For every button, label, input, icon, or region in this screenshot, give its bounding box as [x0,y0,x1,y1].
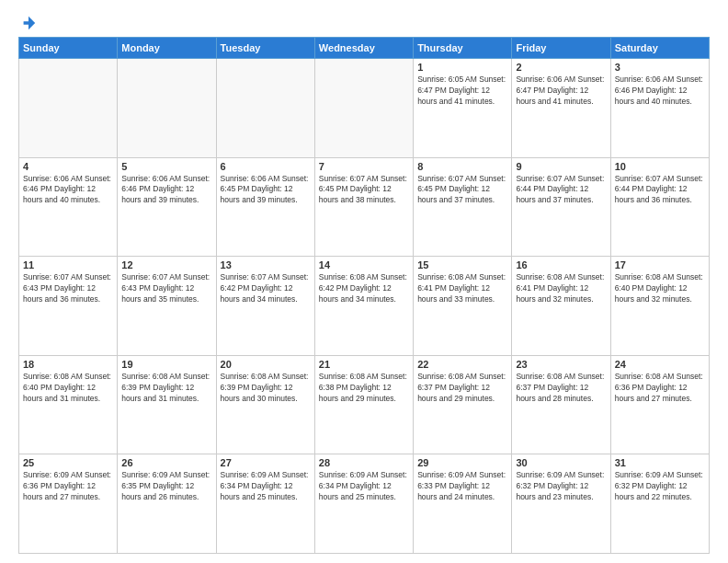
calendar-cell: 7Sunrise: 6:07 AM Sunset: 6:45 PM Daylig… [314,157,413,257]
day-info: Sunrise: 6:06 AM Sunset: 6:46 PM Dayligh… [615,75,705,108]
day-info: Sunrise: 6:09 AM Sunset: 6:32 PM Dayligh… [516,470,606,503]
calendar-cell: 24Sunrise: 6:08 AM Sunset: 6:36 PM Dayli… [610,355,709,454]
day-number: 4 [23,161,113,172]
calendar-cell: 28Sunrise: 6:09 AM Sunset: 6:34 PM Dayli… [314,454,413,554]
calendar-cell: 25Sunrise: 6:09 AM Sunset: 6:36 PM Dayli… [19,454,118,554]
day-number: 19 [121,359,211,370]
day-number: 8 [417,161,507,172]
day-info: Sunrise: 6:05 AM Sunset: 6:47 PM Dayligh… [417,75,507,108]
calendar-cell: 18Sunrise: 6:08 AM Sunset: 6:40 PM Dayli… [19,355,118,454]
day-number: 5 [121,161,211,172]
calendar-table: SundayMondayTuesdayWednesdayThursdayFrid… [18,37,710,554]
calendar-cell [314,59,413,158]
day-number: 22 [417,359,507,370]
calendar-cell: 15Sunrise: 6:08 AM Sunset: 6:41 PM Dayli… [414,257,512,356]
day-number: 6 [221,161,311,172]
calendar-body: 1Sunrise: 6:05 AM Sunset: 6:47 PM Daylig… [19,59,710,554]
day-info: Sunrise: 6:08 AM Sunset: 6:37 PM Dayligh… [516,372,606,405]
calendar-cell: 16Sunrise: 6:08 AM Sunset: 6:41 PM Dayli… [512,257,610,356]
calendar-week-1: 4Sunrise: 6:06 AM Sunset: 6:46 PM Daylig… [19,157,710,257]
day-number: 28 [319,457,409,468]
day-number: 24 [615,359,705,370]
calendar-week-2: 11Sunrise: 6:07 AM Sunset: 6:43 PM Dayli… [19,257,710,356]
calendar-week-4: 25Sunrise: 6:09 AM Sunset: 6:36 PM Dayli… [19,454,710,554]
day-number: 9 [516,161,606,172]
header [18,15,710,31]
weekday-header-saturday: Saturday [610,38,709,59]
calendar-cell [216,59,314,158]
calendar-cell: 13Sunrise: 6:07 AM Sunset: 6:42 PM Dayli… [216,257,314,356]
day-number: 31 [615,457,705,468]
calendar-cell: 19Sunrise: 6:08 AM Sunset: 6:39 PM Dayli… [118,355,216,454]
day-info: Sunrise: 6:07 AM Sunset: 6:44 PM Dayligh… [516,174,606,207]
calendar-week-3: 18Sunrise: 6:08 AM Sunset: 6:40 PM Dayli… [19,355,710,454]
logo-icon [20,15,37,31]
calendar-cell [118,59,216,158]
calendar-cell: 9Sunrise: 6:07 AM Sunset: 6:44 PM Daylig… [512,157,610,257]
day-info: Sunrise: 6:08 AM Sunset: 6:36 PM Dayligh… [615,372,705,405]
calendar-cell: 21Sunrise: 6:08 AM Sunset: 6:38 PM Dayli… [314,355,413,454]
calendar-cell: 23Sunrise: 6:08 AM Sunset: 6:37 PM Dayli… [512,355,610,454]
day-number: 29 [417,457,507,468]
day-info: Sunrise: 6:07 AM Sunset: 6:42 PM Dayligh… [221,272,311,305]
weekday-header-wednesday: Wednesday [314,38,413,59]
calendar-cell: 2Sunrise: 6:06 AM Sunset: 6:47 PM Daylig… [512,59,610,158]
day-number: 21 [319,359,409,370]
day-number: 20 [221,359,311,370]
calendar-cell: 3Sunrise: 6:06 AM Sunset: 6:46 PM Daylig… [610,59,709,158]
day-number: 18 [23,359,113,370]
day-number: 17 [615,259,705,270]
calendar-cell: 6Sunrise: 6:06 AM Sunset: 6:45 PM Daylig… [216,157,314,257]
day-info: Sunrise: 6:07 AM Sunset: 6:44 PM Dayligh… [615,174,705,207]
day-number: 26 [121,457,211,468]
day-info: Sunrise: 6:09 AM Sunset: 6:35 PM Dayligh… [121,470,211,503]
day-info: Sunrise: 6:08 AM Sunset: 6:40 PM Dayligh… [615,272,705,305]
day-number: 10 [615,161,705,172]
weekday-header-row: SundayMondayTuesdayWednesdayThursdayFrid… [19,38,710,59]
calendar-header: SundayMondayTuesdayWednesdayThursdayFrid… [19,38,710,59]
day-info: Sunrise: 6:09 AM Sunset: 6:32 PM Dayligh… [615,470,705,503]
day-number: 23 [516,359,606,370]
calendar-cell: 27Sunrise: 6:09 AM Sunset: 6:34 PM Dayli… [216,454,314,554]
day-number: 14 [319,259,409,270]
day-info: Sunrise: 6:07 AM Sunset: 6:43 PM Dayligh… [121,272,211,305]
calendar-cell: 10Sunrise: 6:07 AM Sunset: 6:44 PM Dayli… [610,157,709,257]
day-info: Sunrise: 6:09 AM Sunset: 6:36 PM Dayligh… [23,470,113,503]
day-info: Sunrise: 6:06 AM Sunset: 6:46 PM Dayligh… [121,174,211,207]
day-info: Sunrise: 6:08 AM Sunset: 6:37 PM Dayligh… [417,372,507,405]
weekday-header-thursday: Thursday [414,38,512,59]
calendar-week-0: 1Sunrise: 6:05 AM Sunset: 6:47 PM Daylig… [19,59,710,158]
calendar-cell: 26Sunrise: 6:09 AM Sunset: 6:35 PM Dayli… [118,454,216,554]
calendar-cell: 11Sunrise: 6:07 AM Sunset: 6:43 PM Dayli… [19,257,118,356]
weekday-header-tuesday: Tuesday [216,38,314,59]
calendar-cell: 20Sunrise: 6:08 AM Sunset: 6:39 PM Dayli… [216,355,314,454]
day-info: Sunrise: 6:06 AM Sunset: 6:47 PM Dayligh… [516,75,606,108]
day-info: Sunrise: 6:06 AM Sunset: 6:45 PM Dayligh… [221,174,311,207]
day-info: Sunrise: 6:08 AM Sunset: 6:41 PM Dayligh… [417,272,507,305]
day-info: Sunrise: 6:08 AM Sunset: 6:39 PM Dayligh… [221,372,311,405]
calendar-cell: 14Sunrise: 6:08 AM Sunset: 6:42 PM Dayli… [314,257,413,356]
calendar-cell: 29Sunrise: 6:09 AM Sunset: 6:33 PM Dayli… [414,454,512,554]
day-number: 25 [23,457,113,468]
day-number: 2 [516,62,606,73]
day-info: Sunrise: 6:08 AM Sunset: 6:40 PM Dayligh… [23,372,113,405]
weekday-header-friday: Friday [512,38,610,59]
day-info: Sunrise: 6:08 AM Sunset: 6:38 PM Dayligh… [319,372,409,405]
day-number: 12 [121,259,211,270]
calendar-cell: 30Sunrise: 6:09 AM Sunset: 6:32 PM Dayli… [512,454,610,554]
day-number: 3 [615,62,705,73]
calendar-cell: 5Sunrise: 6:06 AM Sunset: 6:46 PM Daylig… [118,157,216,257]
day-info: Sunrise: 6:08 AM Sunset: 6:41 PM Dayligh… [516,272,606,305]
day-info: Sunrise: 6:08 AM Sunset: 6:42 PM Dayligh… [319,272,409,305]
day-number: 15 [417,259,507,270]
day-info: Sunrise: 6:07 AM Sunset: 6:45 PM Dayligh… [319,174,409,207]
day-number: 1 [417,62,507,73]
day-info: Sunrise: 6:07 AM Sunset: 6:43 PM Dayligh… [23,272,113,305]
day-info: Sunrise: 6:09 AM Sunset: 6:33 PM Dayligh… [417,470,507,503]
calendar-cell: 17Sunrise: 6:08 AM Sunset: 6:40 PM Dayli… [610,257,709,356]
day-info: Sunrise: 6:08 AM Sunset: 6:39 PM Dayligh… [121,372,211,405]
day-info: Sunrise: 6:06 AM Sunset: 6:46 PM Dayligh… [23,174,113,207]
day-info: Sunrise: 6:07 AM Sunset: 6:45 PM Dayligh… [417,174,507,207]
logo [18,15,37,31]
day-info: Sunrise: 6:09 AM Sunset: 6:34 PM Dayligh… [221,470,311,503]
